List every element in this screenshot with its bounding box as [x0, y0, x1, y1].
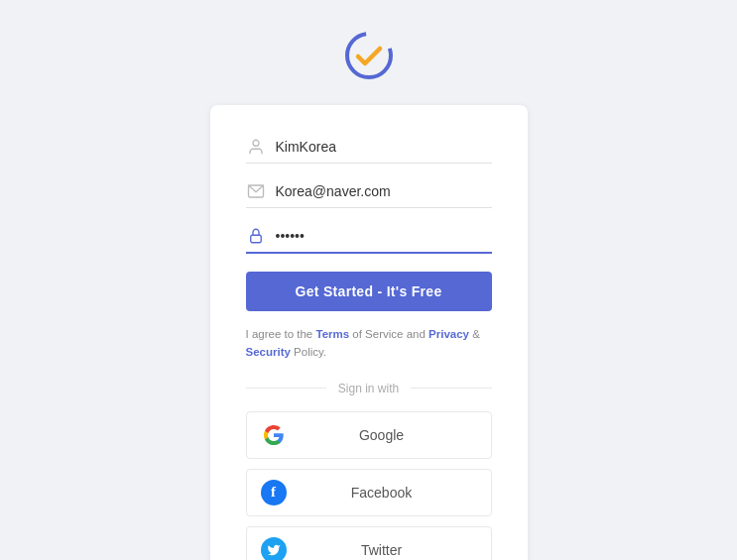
svg-point-1 — [253, 140, 259, 146]
signup-card: Get Started - It's Free I agree to the T… — [210, 105, 528, 560]
email-row — [246, 181, 492, 208]
app-logo-icon — [343, 30, 395, 81]
divider-line-left — [246, 388, 326, 389]
get-started-button[interactable]: Get Started - It's Free — [246, 272, 492, 311]
svg-rect-3 — [250, 235, 261, 243]
user-icon — [246, 137, 266, 157]
terms-link[interactable]: Terms — [315, 328, 349, 340]
password-input[interactable] — [276, 228, 492, 244]
security-link[interactable]: Security — [246, 346, 291, 358]
divider-line-right — [411, 388, 491, 389]
twitter-label: Twitter — [287, 542, 477, 558]
sign-in-divider: Sign in with — [246, 382, 492, 395]
terms-text: I agree to the Terms of Service and Priv… — [246, 325, 492, 362]
twitter-signin-button[interactable]: Twitter — [246, 526, 492, 560]
email-input[interactable] — [276, 183, 492, 199]
logo-area — [343, 30, 395, 81]
svg-point-0 — [347, 34, 391, 77]
google-label: Google — [287, 427, 477, 443]
twitter-icon — [261, 537, 287, 560]
facebook-signin-button[interactable]: f Facebook — [246, 469, 492, 516]
lock-icon — [246, 226, 266, 246]
facebook-label: Facebook — [287, 485, 477, 501]
username-row — [246, 137, 492, 164]
username-input[interactable] — [276, 139, 492, 155]
google-signin-button[interactable]: Google — [246, 411, 492, 459]
privacy-link[interactable]: Privacy — [429, 328, 469, 340]
facebook-icon: f — [261, 480, 287, 505]
sign-in-with-label: Sign in with — [326, 382, 411, 395]
email-icon — [246, 181, 266, 201]
google-icon — [261, 422, 287, 448]
password-row — [246, 226, 492, 254]
